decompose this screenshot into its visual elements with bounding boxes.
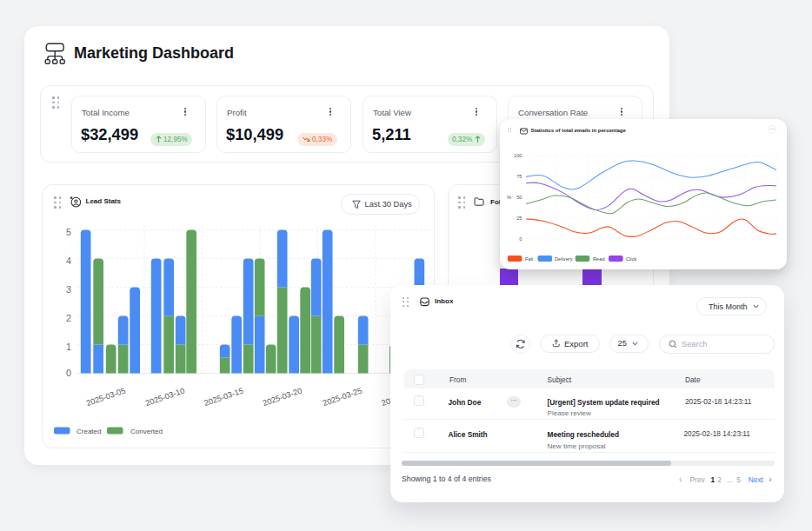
svg-text:5: 5 <box>66 227 71 237</box>
svg-text:2025-03-10: 2025-03-10 <box>144 386 186 408</box>
svg-text:2025-03-05: 2025-03-05 <box>85 386 127 408</box>
svg-text:50: 50 <box>516 195 522 200</box>
svg-text:Created: Created <box>77 428 101 435</box>
svg-text:2025-03-20: 2025-03-20 <box>262 386 303 408</box>
svg-text:Converted: Converted <box>130 428 163 435</box>
svg-text:25: 25 <box>516 216 522 221</box>
svg-text:Delivery: Delivery <box>555 256 573 262</box>
svg-text:1: 1 <box>66 342 71 352</box>
svg-text:2025-03-15: 2025-03-15 <box>203 386 244 408</box>
svg-text:2: 2 <box>66 313 71 323</box>
svg-text:Fail: Fail <box>525 256 533 262</box>
svg-text:4: 4 <box>66 256 71 266</box>
svg-text:Click: Click <box>626 256 636 262</box>
svg-text:2025-03-25: 2025-03-25 <box>322 386 363 408</box>
svg-text:0: 0 <box>66 368 71 378</box>
svg-text:3: 3 <box>66 284 71 295</box>
svg-text:75: 75 <box>516 174 522 179</box>
svg-text:Read: Read <box>593 256 605 262</box>
svg-text:0: 0 <box>519 236 522 242</box>
svg-text:%: % <box>507 195 511 200</box>
svg-text:100: 100 <box>514 153 522 158</box>
